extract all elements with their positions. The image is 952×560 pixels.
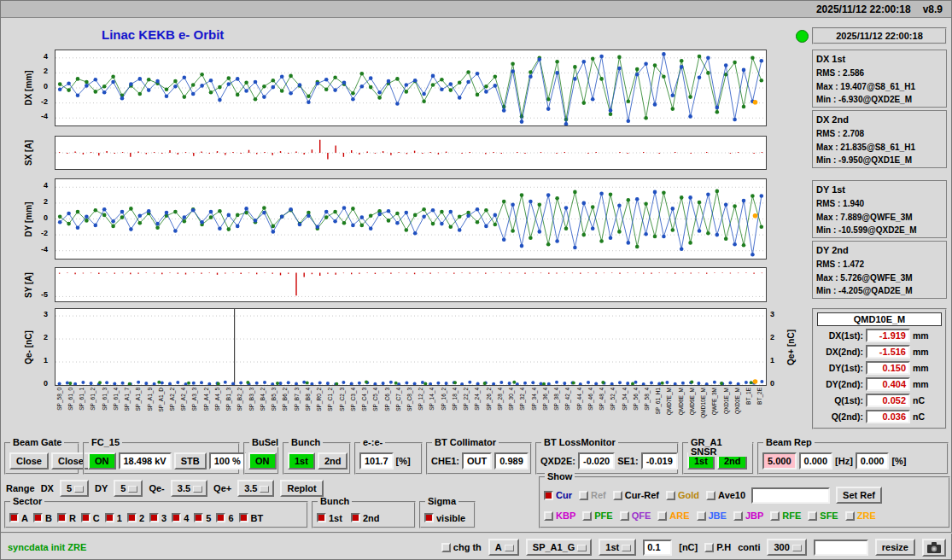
qmd-title: QMD10E_M [817, 312, 942, 326]
range-qe-minus-select[interactable]: 3.5 [171, 480, 207, 497]
checkbox-box[interactable] [657, 511, 667, 521]
checkbox-a[interactable]: A [9, 513, 28, 523]
range-qe-plus-select[interactable]: 3.5 [237, 480, 274, 497]
checkbox-box[interactable] [808, 511, 817, 521]
checkbox-gold[interactable]: Gold [666, 490, 699, 500]
checkbox-cur[interactable]: Cur [544, 490, 572, 500]
checkbox-1[interactable]: 1 [105, 513, 122, 523]
checkbox-box[interactable] [351, 513, 360, 522]
checkbox-box[interactable] [770, 511, 780, 521]
checkbox-box[interactable] [544, 491, 553, 500]
ee-unit: [%] [396, 456, 411, 466]
checkbox-box[interactable] [172, 513, 181, 522]
checkbox-4[interactable]: 4 [172, 513, 189, 523]
checkbox-5[interactable]: 5 [194, 513, 211, 523]
checkbox-box[interactable] [613, 491, 622, 500]
checkbox-box[interactable] [733, 511, 743, 521]
checkbox-box[interactable] [194, 513, 203, 522]
busel-on-button[interactable]: ON [248, 452, 277, 470]
interval-select[interactable]: 300 [767, 539, 806, 556]
x-axis-label: QWFE_3M [712, 388, 718, 415]
checkbox-jbe[interactable]: JBE [697, 510, 727, 521]
show-frame-label: Show [545, 472, 575, 481]
checkbox-rfe[interactable]: RFE [770, 510, 801, 521]
range-dx-select[interactable]: 5 [60, 480, 89, 497]
checkbox-box[interactable] [149, 513, 159, 522]
checkbox-chg-th[interactable]: chg th [441, 542, 482, 552]
checkbox-sfe[interactable]: SFE [808, 510, 838, 521]
checkbox-p-h[interactable]: P.H [704, 542, 731, 552]
checkbox-box[interactable] [424, 513, 434, 522]
checkbox-box[interactable] [105, 513, 114, 522]
checkbox-box[interactable] [845, 511, 855, 521]
fc15-kv-value: 18.498 kV [119, 452, 172, 470]
checkbox-box[interactable] [216, 513, 225, 522]
checkbox-qfe[interactable]: QFE [620, 510, 651, 521]
bunch-2nd-button[interactable]: 2nd [318, 452, 348, 470]
replot-button[interactable]: Replot [280, 480, 323, 497]
x-axis-label: SP_B5_3 [272, 388, 277, 411]
checkbox-2nd[interactable]: 2nd [351, 513, 380, 523]
checkbox-box[interactable] [620, 511, 629, 521]
status-message: syncdata init ZRE [8, 542, 86, 552]
checkbox-box[interactable] [706, 491, 715, 500]
checkbox-jbp[interactable]: JBP [733, 510, 763, 521]
fc15-stb-button[interactable]: STB [174, 452, 207, 470]
checkbox-1st[interactable]: 1st [317, 513, 342, 523]
resize-button[interactable]: resize [875, 539, 915, 556]
camera-icon [927, 542, 941, 553]
checkbox-b[interactable]: B [33, 513, 52, 523]
checkbox-cur-ref[interactable]: Cur-Ref [613, 490, 659, 500]
checkbox-ave10[interactable]: Ave10 [706, 490, 745, 500]
checkbox-box[interactable] [582, 511, 592, 521]
checkbox-box[interactable] [33, 513, 43, 522]
checkbox-box[interactable] [317, 513, 326, 522]
y-tick-label: 2 [22, 67, 48, 75]
checkbox-are[interactable]: ARE [657, 510, 689, 521]
chart-canvas-sx [55, 137, 766, 169]
beam-gate-close-button-1[interactable]: Close [9, 452, 49, 470]
set-ref-button[interactable]: Set Ref [836, 487, 882, 504]
checkbox-2[interactable]: 2 [127, 513, 144, 523]
ref-name-input[interactable] [751, 487, 830, 504]
stat-max: Max : 21.835@S8_61_H1 [816, 141, 943, 155]
checkbox-kbp[interactable]: KBP [544, 510, 575, 521]
checkbox-box[interactable] [9, 513, 19, 522]
checkbox-box[interactable] [239, 513, 248, 522]
checkbox-box[interactable] [81, 513, 91, 522]
y-tick-label: 4 [22, 52, 48, 61]
camera-button[interactable] [922, 539, 946, 557]
bunch-1st-button[interactable]: 1st [288, 452, 315, 470]
checkbox-box[interactable] [127, 513, 137, 522]
checkbox-box[interactable] [441, 543, 451, 552]
checkbox-3[interactable]: 3 [149, 513, 166, 523]
checkbox-box[interactable] [579, 491, 588, 500]
se1-label: SE1: [617, 456, 638, 466]
checkbox-box[interactable] [697, 511, 706, 521]
checkbox-6[interactable]: 6 [216, 513, 233, 523]
sector-label: Sector [10, 497, 44, 506]
bunch-order-select[interactable]: 1st [599, 539, 636, 556]
checkbox-ref[interactable]: Ref [579, 490, 606, 500]
checkbox-visible[interactable]: visible [424, 513, 465, 523]
checkbox-bt[interactable]: BT [239, 513, 264, 523]
stat-min: Min : -4.205@QAD2E_M [816, 284, 943, 298]
checkbox-zre[interactable]: ZRE [845, 510, 876, 521]
checkbox-box[interactable] [57, 513, 67, 522]
x-axis-label: SP_26_2 [487, 388, 493, 411]
x-axis-label: QMD8E_M [679, 388, 685, 415]
sp-select[interactable]: SP_A1_G [526, 539, 593, 556]
checkbox-c[interactable]: C [81, 513, 100, 523]
threshold-input[interactable] [643, 540, 672, 556]
checkbox-box[interactable] [704, 543, 714, 552]
mode-select[interactable]: A [488, 539, 519, 556]
aux-input[interactable] [814, 540, 868, 556]
fc15-on-button[interactable]: ON [88, 452, 116, 470]
bunch-select-frame: Bunch 1st2nd [312, 501, 416, 528]
checkbox-box[interactable] [544, 511, 553, 521]
checkbox-box[interactable] [666, 491, 675, 500]
range-dy-select[interactable]: 5 [114, 480, 143, 497]
titlebar-version: v8.9 [923, 3, 943, 15]
checkbox-pfe[interactable]: PFE [582, 510, 612, 521]
checkbox-r[interactable]: R [57, 513, 76, 523]
